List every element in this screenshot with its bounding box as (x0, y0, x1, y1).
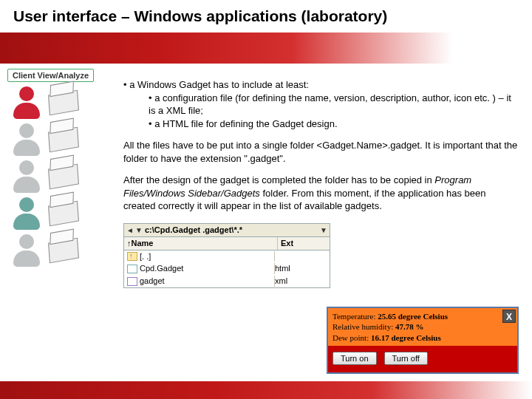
bullet-main: a Windows Gadget has to include at least… (123, 78, 519, 92)
laptop-icon (48, 90, 79, 116)
user-person-icon (10, 123, 43, 156)
turn-on-button[interactable]: Turn on (332, 352, 377, 365)
user-person-icon (10, 160, 43, 193)
gadget-readout: Temperature: 25.65 degree Celsius Relati… (328, 308, 517, 346)
path-text: c:\Cpd.Gadget .gadget\*.* (143, 225, 319, 236)
slide-title: User interface – Windows applications (l… (0, 0, 532, 33)
dropdown-end-icon[interactable]: ▼ (319, 225, 328, 236)
folder-up-icon (127, 252, 137, 261)
footer-stripe (0, 381, 532, 399)
paragraph: After the design of the gadget is comple… (123, 174, 519, 213)
user-person-icon (10, 234, 43, 267)
laptop-icon (48, 201, 79, 227)
temp-label: Temperature: (332, 312, 378, 321)
file-row[interactable]: Cpd.Gadgethtml (124, 262, 330, 275)
admin-person-icon (10, 86, 43, 119)
sidebar-icons (7, 86, 112, 267)
laptop-icon (48, 238, 79, 264)
laptop-icon (48, 127, 79, 153)
col-ext[interactable]: Ext (278, 237, 330, 250)
humidity-value: 47.78 % (395, 322, 424, 331)
file-ext: xml (275, 276, 327, 287)
temp-value: 25.65 degree Celsius (378, 312, 448, 321)
bullet-sub: a HTML file for defining the Gadget desi… (123, 117, 519, 131)
humidity-label: Relative humidity: (332, 322, 395, 331)
dewpoint-label: Dew point: (332, 333, 371, 342)
file-name: [. .] (140, 251, 275, 262)
bullet-sub: a configuration file (for defining the n… (123, 92, 519, 117)
text: After the design of the gadget is comple… (123, 174, 434, 185)
file-name: gadget (140, 276, 275, 287)
paragraph: All the files have to be put into a sing… (123, 139, 519, 165)
file-name: Cpd.Gadget (140, 263, 275, 274)
weather-gadget: X Temperature: 25.65 degree Celsius Rela… (327, 307, 519, 374)
user-person-icon (10, 197, 43, 230)
file-row[interactable]: gadgetxml (124, 275, 330, 287)
turn-off-button[interactable]: Turn off (384, 352, 428, 365)
client-view-analyze-label: Client View/Analyze (7, 69, 94, 82)
file-browser: ◄ ▼ c:\Cpd.Gadget .gadget\*.* ▼ ↑Name Ex… (123, 223, 330, 288)
dropdown-icon[interactable]: ▼ (134, 225, 143, 236)
close-button[interactable]: X (502, 310, 516, 323)
html-file-icon (127, 265, 137, 273)
col-name[interactable]: Name (132, 239, 154, 248)
banner-stripe (0, 33, 532, 64)
xml-file-icon (127, 277, 137, 286)
laptop-icon (48, 164, 79, 190)
file-ext: html (275, 263, 327, 274)
back-arrow-icon[interactable]: ◄ (126, 225, 134, 236)
sidebar: Client View/Analyze (0, 64, 115, 374)
file-row-up[interactable]: [. .] (124, 250, 330, 263)
dewpoint-value: 16.17 degree Celsius (371, 333, 441, 342)
